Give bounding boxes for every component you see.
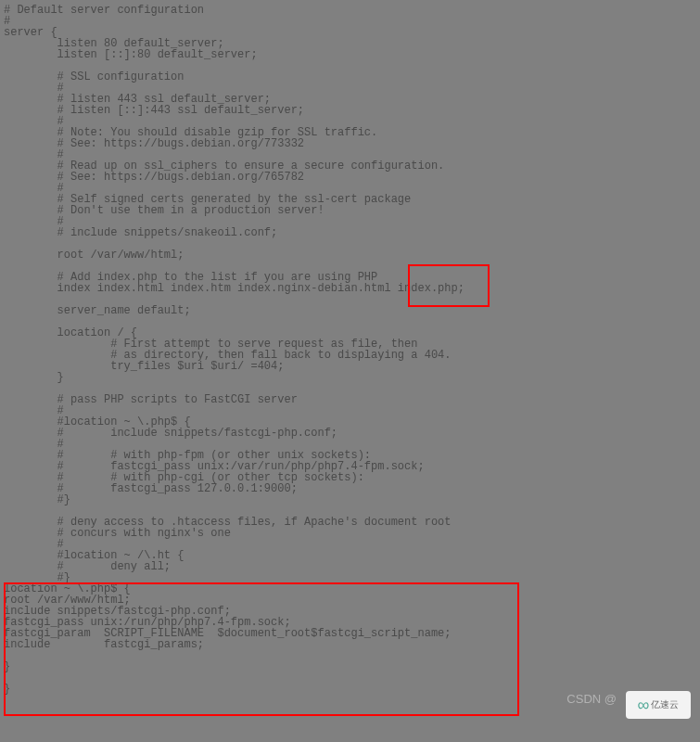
yisu-logo: 亿速云	[626, 691, 691, 719]
nginx-config-code: # Default server configuration # server …	[4, 5, 696, 695]
csdn-watermark: CSDN @	[566, 693, 617, 705]
